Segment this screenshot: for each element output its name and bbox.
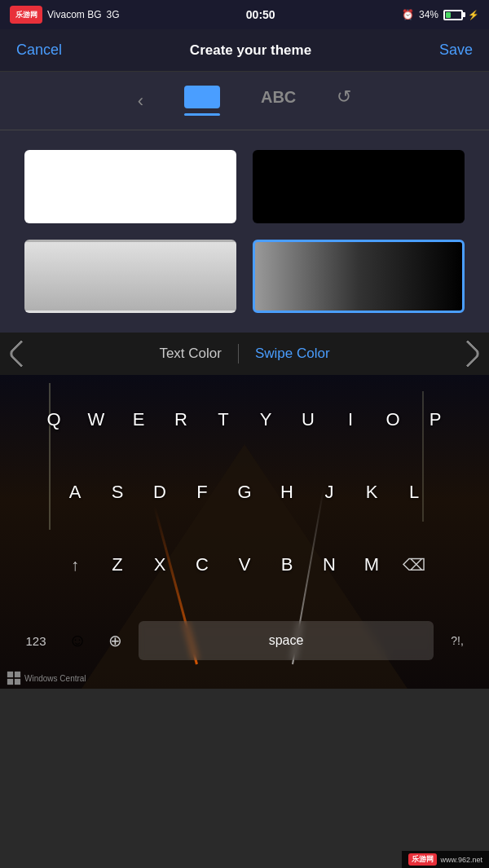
header: Cancel Create your theme Save (0, 29, 489, 72)
punctuation-key[interactable]: ?!, (438, 621, 476, 660)
key-Q[interactable]: Q (35, 400, 73, 439)
key-H[interactable]: H (268, 473, 306, 512)
globe-key[interactable]: ⊕ (96, 621, 134, 660)
text-color-tab[interactable]: Text Color (143, 346, 238, 362)
key-M[interactable]: M (353, 545, 390, 584)
key-P[interactable]: P (416, 400, 454, 439)
bolt-icon: ⚡ (468, 10, 479, 20)
key-I[interactable]: I (332, 400, 369, 439)
battery-icon (443, 10, 463, 20)
key-row-1: Q W E R T Y U I O P (7, 400, 482, 439)
back-button[interactable]: ‹ (138, 90, 143, 112)
bg-icon-rect (184, 86, 220, 108)
svg-rect-0 (7, 672, 13, 677)
background-tab[interactable] (184, 86, 220, 116)
key-row-2: A S D F G H J K L (7, 473, 482, 512)
swipe-right-icon (454, 340, 482, 368)
status-bar: 乐游网 Vivacom BG 3G 00:50 ⏰ 34% ⚡ (0, 0, 489, 29)
theme-grid (0, 130, 489, 333)
key-row-bottom: 123 ☺ ⊕ space ?!, (7, 618, 482, 663)
watermark: Windows Central (0, 671, 489, 685)
status-left: 乐游网 Vivacom BG 3G (10, 6, 119, 24)
key-K[interactable]: K (353, 473, 390, 512)
shift-key[interactable]: ↑ (56, 545, 94, 584)
svg-rect-1 (15, 672, 20, 677)
key-R[interactable]: R (162, 400, 200, 439)
color-tabs: Text Color Swipe Color (0, 333, 489, 375)
windows-logo-icon (7, 671, 21, 685)
key-L[interactable]: L (395, 473, 433, 512)
reset-button[interactable]: ↺ (337, 86, 351, 115)
swipe-right-icon-container (447, 344, 489, 364)
key-E[interactable]: E (120, 400, 157, 439)
toolbar: ‹ ABC ↺ (0, 72, 489, 130)
watermark-left: Windows Central (7, 671, 86, 685)
battery-fill (446, 12, 451, 18)
key-J[interactable]: J (311, 473, 348, 512)
key-O[interactable]: O (374, 400, 412, 439)
key-A[interactable]: A (56, 473, 94, 512)
theme-black[interactable] (253, 150, 465, 223)
swipe-left-icon (7, 340, 35, 368)
key-B[interactable]: B (268, 545, 306, 584)
site-logo-red: 乐游网 (408, 853, 437, 866)
swipe-color-tab[interactable]: Swipe Color (239, 346, 346, 362)
theme-dark[interactable] (253, 240, 465, 313)
svg-rect-3 (15, 679, 20, 685)
key-T[interactable]: T (205, 400, 242, 439)
cancel-button[interactable]: Cancel (16, 42, 62, 59)
theme-white[interactable] (24, 150, 236, 223)
key-C[interactable]: C (183, 545, 221, 584)
network-label: 3G (106, 9, 119, 20)
carrier-label: Vivacom BG (47, 9, 101, 20)
status-time: 00:50 (246, 8, 275, 21)
color-tab-text-area: Text Color Swipe Color (42, 344, 447, 364)
keyboard: Q W E R T Y U I O P A S D F G H J K L ↑ … (0, 375, 489, 689)
save-button[interactable]: Save (439, 42, 473, 59)
text-tab[interactable]: ABC (261, 88, 296, 114)
key-F[interactable]: F (183, 473, 221, 512)
key-G[interactable]: G (226, 473, 263, 512)
emoji-key[interactable]: ☺ (59, 621, 96, 660)
svg-rect-2 (7, 679, 13, 685)
tab-active-indicator (184, 113, 220, 116)
alarm-icon: ⏰ (402, 9, 414, 20)
key-Y[interactable]: Y (247, 400, 284, 439)
site-overlay: 乐游网 www.962.net (402, 851, 489, 868)
battery-percent: 34% (419, 9, 438, 20)
key-N[interactable]: N (311, 545, 348, 584)
theme-gray[interactable] (24, 240, 236, 313)
key-V[interactable]: V (226, 545, 263, 584)
key-X[interactable]: X (141, 545, 178, 584)
site-logo-url: www.962.net (440, 856, 482, 864)
backspace-key[interactable]: ⌫ (395, 545, 433, 584)
key-S[interactable]: S (99, 473, 136, 512)
key-D[interactable]: D (141, 473, 178, 512)
page-title: Create your theme (190, 42, 311, 59)
key-W[interactable]: W (77, 400, 115, 439)
swipe-left-icon-container (0, 344, 42, 364)
space-key[interactable]: space (139, 621, 434, 660)
key-Z[interactable]: Z (99, 545, 136, 584)
key-U[interactable]: U (289, 400, 327, 439)
status-right: ⏰ 34% ⚡ (402, 9, 479, 20)
key-123[interactable]: 123 (13, 621, 59, 660)
watermark-text: Windows Central (24, 674, 86, 683)
key-row-3: ↑ Z X C V B N M ⌫ (7, 545, 482, 584)
app-logo: 乐游网 (10, 6, 42, 24)
keyboard-rows: Q W E R T Y U I O P A S D F G H J K L ↑ … (0, 375, 489, 689)
